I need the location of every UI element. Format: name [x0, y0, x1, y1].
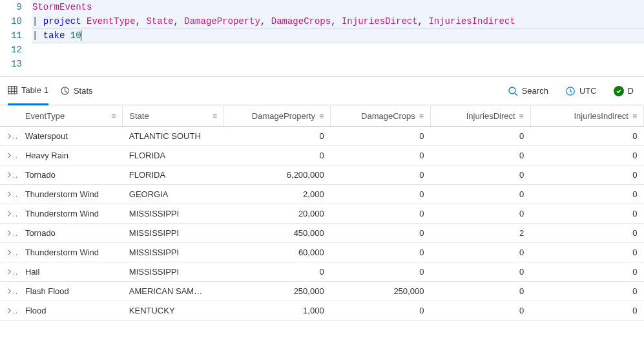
- line-number: 11: [0, 28, 32, 43]
- cell-eventtype: Waterspout: [19, 127, 123, 146]
- cell-damageproperty: 0: [224, 262, 331, 282]
- table-row[interactable]: WaterspoutATLANTIC SOUTH0000: [0, 127, 644, 146]
- cell-state: FLORIDA: [123, 146, 224, 165]
- timezone-button[interactable]: UTC: [563, 77, 599, 105]
- cell-state: MISSISSIPPI: [123, 204, 224, 224]
- text-cursor: [81, 30, 81, 41]
- expand-row-button[interactable]: [0, 262, 19, 282]
- column-label: EventType: [25, 111, 65, 121]
- filter-icon[interactable]: ≡: [419, 112, 424, 121]
- cell-damagecrops: 0: [331, 127, 431, 146]
- code-line[interactable]: [32, 43, 644, 57]
- line-number: 10: [0, 14, 32, 28]
- line-number: 12: [0, 43, 32, 57]
- cell-injuriesindirect: 0: [530, 301, 643, 321]
- cell-eventtype: Hail: [19, 262, 123, 282]
- column-header-eventtype[interactable]: EventType≡: [19, 106, 123, 127]
- stats-icon: [60, 86, 70, 96]
- table-row[interactable]: TornadoMISSISSIPPI450,000020: [0, 224, 644, 243]
- tab-table-1[interactable]: Table 1: [8, 77, 48, 105]
- timezone-label: UTC: [579, 86, 597, 96]
- cell-eventtype: Flood: [19, 301, 123, 321]
- cell-injuriesdirect: 0: [430, 243, 530, 262]
- cell-state: MISSISSIPPI: [123, 243, 224, 262]
- table-row[interactable]: Flash FloodAMERICAN SAM…250,000250,00000: [0, 282, 644, 301]
- line-number: 9: [0, 0, 32, 14]
- query-editor[interactable]: 9StormEvents10| project EventType, State…: [0, 0, 644, 77]
- expand-row-button[interactable]: [0, 185, 19, 204]
- status-label: D: [628, 86, 634, 96]
- cell-damagecrops: 0: [331, 165, 431, 185]
- filter-icon[interactable]: ≡: [213, 111, 217, 120]
- column-header-state[interactable]: State≡: [123, 106, 224, 127]
- cell-injuriesdirect: 0: [430, 262, 530, 282]
- column-label: DamageCrops: [361, 111, 415, 121]
- results-table-wrap: EventType≡State≡DamageProperty≡DamageCro…: [0, 105, 644, 321]
- table-row[interactable]: Thunderstorm WindMISSISSIPPI60,000000: [0, 243, 644, 262]
- cell-injuriesindirect: 0: [530, 127, 643, 146]
- cell-injuriesindirect: 0: [530, 282, 643, 301]
- column-header-injuriesindirect[interactable]: InjuriesIndirect≡: [530, 106, 643, 127]
- svg-point-6: [509, 87, 515, 94]
- svg-line-7: [515, 93, 517, 96]
- cell-injuriesindirect: 0: [530, 185, 643, 204]
- cell-damageproperty: 450,000: [224, 224, 331, 243]
- cell-damageproperty: 0: [224, 146, 331, 165]
- expand-row-button[interactable]: [0, 146, 19, 165]
- cell-injuriesdirect: 0: [430, 146, 530, 165]
- cell-damagecrops: 0: [331, 185, 431, 204]
- expand-column-header: [0, 106, 19, 127]
- cell-eventtype: Thunderstorm Wind: [19, 185, 123, 204]
- code-line[interactable]: | take 10: [32, 28, 644, 43]
- clock-icon: [565, 86, 576, 96]
- check-icon: [614, 86, 624, 96]
- expand-row-button[interactable]: [0, 204, 19, 224]
- code-line[interactable]: | project EventType, State, DamageProper…: [32, 14, 644, 28]
- table-row[interactable]: FloodKENTUCKY1,000000: [0, 301, 644, 321]
- results-table: EventType≡State≡DamageProperty≡DamageCro…: [0, 106, 644, 321]
- table-row[interactable]: TornadoFLORIDA6,200,000000: [0, 165, 644, 185]
- cell-damagecrops: 0: [331, 243, 431, 262]
- table-row[interactable]: Thunderstorm WindMISSISSIPPI20,000000: [0, 204, 644, 224]
- expand-row-button[interactable]: [0, 243, 19, 262]
- table-row[interactable]: Heavy RainFLORIDA0000: [0, 146, 644, 165]
- cell-damageproperty: 60,000: [224, 243, 331, 262]
- cell-eventtype: Heavy Rain: [19, 146, 123, 165]
- cell-injuriesindirect: 0: [530, 224, 643, 243]
- cell-damagecrops: 250,000: [331, 282, 431, 301]
- column-header-injuriesdirect[interactable]: InjuriesDirect≡: [430, 106, 530, 127]
- results-toolbar: Table 1 Stats Search UTC D: [0, 77, 644, 105]
- column-label: InjuriesIndirect: [574, 111, 628, 121]
- search-button[interactable]: Search: [505, 77, 551, 105]
- expand-row-button[interactable]: [0, 282, 19, 301]
- code-line[interactable]: StormEvents: [32, 0, 644, 14]
- filter-icon[interactable]: ≡: [319, 112, 324, 121]
- cell-damageproperty: 2,000: [224, 185, 331, 204]
- cell-damageproperty: 6,200,000: [224, 165, 331, 185]
- status-done[interactable]: D: [611, 77, 636, 105]
- filter-icon[interactable]: ≡: [111, 111, 116, 120]
- cell-state: FLORIDA: [123, 165, 224, 185]
- tab-label: Table 1: [21, 85, 48, 95]
- filter-icon[interactable]: ≡: [519, 112, 524, 121]
- cell-eventtype: Tornado: [19, 224, 123, 243]
- cell-injuriesdirect: 0: [430, 185, 530, 204]
- code-line[interactable]: [32, 57, 644, 71]
- tab-stats[interactable]: Stats: [60, 77, 93, 105]
- cell-injuriesdirect: 0: [430, 204, 530, 224]
- column-label: InjuriesDirect: [466, 111, 515, 121]
- cell-injuriesdirect: 0: [430, 282, 530, 301]
- expand-row-button[interactable]: [0, 127, 19, 146]
- table-row[interactable]: HailMISSISSIPPI0000: [0, 262, 644, 282]
- column-header-damageproperty[interactable]: DamageProperty≡: [224, 106, 331, 127]
- cell-damagecrops: 0: [331, 262, 431, 282]
- column-header-damagecrops[interactable]: DamageCrops≡: [331, 106, 431, 127]
- cell-state: GEORGIA: [123, 185, 224, 204]
- expand-row-button[interactable]: [0, 301, 19, 321]
- table-row[interactable]: Thunderstorm WindGEORGIA2,000000: [0, 185, 644, 204]
- cell-eventtype: Tornado: [19, 165, 123, 185]
- expand-row-button[interactable]: [0, 165, 19, 185]
- filter-icon[interactable]: ≡: [632, 112, 637, 121]
- column-label: State: [129, 111, 149, 121]
- expand-row-button[interactable]: [0, 224, 19, 243]
